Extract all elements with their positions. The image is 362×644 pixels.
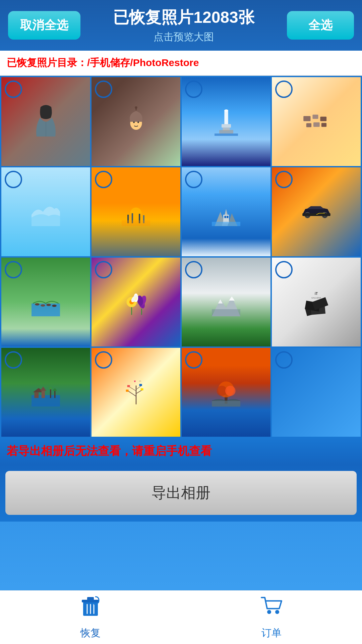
svg-rect-24 [224,216,226,218]
select-all-button[interactable]: 全选 [287,11,354,40]
svg-rect-75 [212,401,240,407]
cart-icon [260,595,283,624]
photo-checkbox-16[interactable] [275,351,293,369]
photo-cell-13[interactable] [1,348,90,437]
svg-rect-47 [212,309,240,316]
svg-rect-59 [50,389,51,398]
svg-rect-78 [87,597,94,600]
photo-checkbox-3[interactable] [185,80,202,98]
photo-checkbox-10[interactable] [95,261,112,278]
svg-rect-5 [224,110,228,124]
photo-cell-4[interactable] [272,77,361,166]
svg-text:♥: ♥ [134,379,136,383]
svg-rect-14 [306,123,311,127]
svg-point-33 [35,303,40,306]
photo-cell-11[interactable] [182,258,270,346]
pagoda-illustration [215,107,238,137]
svg-rect-12 [312,114,318,119]
warning-bar: 若导出相册后无法查看，请重启手机查看 [0,438,362,464]
svg-point-34 [41,304,45,307]
svg-point-4 [137,121,139,123]
photo-cell-10[interactable] [92,258,180,346]
svg-rect-11 [303,116,310,121]
svg-line-64 [129,387,136,391]
photo-checkbox-1[interactable] [5,80,22,98]
photo-checkbox-12[interactable] [275,261,293,278]
photo-cell-2[interactable] [92,77,180,166]
photo-checkbox-11[interactable] [185,261,202,278]
svg-rect-13 [320,116,326,121]
photo-cell-14[interactable]: ♥ [92,348,180,437]
directory-bar: 已恢复照片目录：/手机储存/PhotoRestore [0,51,362,76]
svg-line-62 [128,391,136,396]
tree-decor-illustration: ♥ [123,376,149,408]
nav-order[interactable]: 订单 [181,591,362,644]
sunset-illustration [122,198,150,226]
svg-rect-68 [127,385,130,387]
photo-cell-1[interactable] [1,77,90,166]
export-button[interactable]: 导出相册 [5,471,357,515]
photo-cell-5[interactable] [1,167,90,256]
photo-checkbox-14[interactable] [95,351,112,369]
photo-grid: iT GALLERIA [0,76,362,438]
svg-marker-58 [40,387,47,391]
svg-text:GALLERIA: GALLERIA [311,297,321,299]
photo-checkbox-8[interactable] [275,171,293,188]
photo-count-title: 已恢复照片12083张 [87,7,280,28]
restore-icon [79,595,102,624]
header-center: 已恢复照片12083张 点击预览大图 [87,7,280,44]
photo-cell-3[interactable] [182,77,270,166]
photo-checkbox-9[interactable] [5,261,22,278]
photo-cell-12[interactable]: iT GALLERIA [272,258,361,346]
photo-checkbox-7[interactable] [185,171,202,188]
svg-rect-7 [222,124,231,128]
photo-checkbox-4[interactable] [275,80,293,98]
photo-cell-6[interactable] [92,167,180,256]
photo-checkbox-6[interactable] [95,171,112,188]
lake-illustration [32,288,60,316]
svg-rect-10 [215,133,238,136]
warning-text: 若导出相册后无法查看，请重启手机查看 [7,444,212,457]
svg-text:iT: iT [315,292,318,296]
photo-checkbox-5[interactable] [5,171,22,188]
directory-path: 已恢复照片目录：/手机储存/PhotoRestore [7,57,199,68]
bottom-navigation: 恢复 订单 [0,590,362,644]
svg-rect-57 [42,391,45,398]
nav-restore[interactable]: 恢复 [0,591,181,644]
resort-illustration [32,378,60,407]
svg-rect-25 [227,216,228,218]
photo-checkbox-13[interactable] [5,351,22,369]
photo-cell-15[interactable] [182,348,270,437]
svg-point-74 [225,386,236,396]
film-strips-illustration: iT GALLERIA [302,288,330,316]
svg-rect-26 [212,222,240,226]
glacier-illustration [32,198,60,226]
svg-rect-31 [302,213,330,216]
svg-point-84 [275,610,279,614]
photo-checkbox-15[interactable] [185,351,202,369]
svg-point-6 [224,109,228,111]
autumn-illustration [212,378,240,407]
svg-point-83 [267,610,271,614]
svg-rect-16 [321,123,326,127]
cancel-all-button[interactable]: 取消全选 [8,11,80,40]
car-illustration [300,203,333,221]
flowers-illustration [122,288,150,316]
svg-rect-67 [140,388,143,390]
header: 取消全选 已恢复照片12083张 点击预览大图 全选 [0,0,362,51]
export-section: 导出相册 [0,464,362,522]
wall-decor-illustration [302,110,330,133]
svg-rect-15 [313,122,320,127]
photo-cell-16[interactable] [272,348,361,437]
photo-checkbox-2[interactable] [95,80,112,98]
baby-illustration [123,105,149,139]
photo-cell-7[interactable] [182,167,270,256]
photo-cell-9[interactable] [1,258,90,346]
svg-point-3 [133,121,135,123]
svg-rect-66 [126,390,128,392]
mountain-illustration [212,288,240,316]
photo-cell-8[interactable] [272,167,361,256]
order-label: 订单 [261,626,282,640]
svg-point-36 [52,305,57,307]
svg-rect-22 [122,220,150,226]
